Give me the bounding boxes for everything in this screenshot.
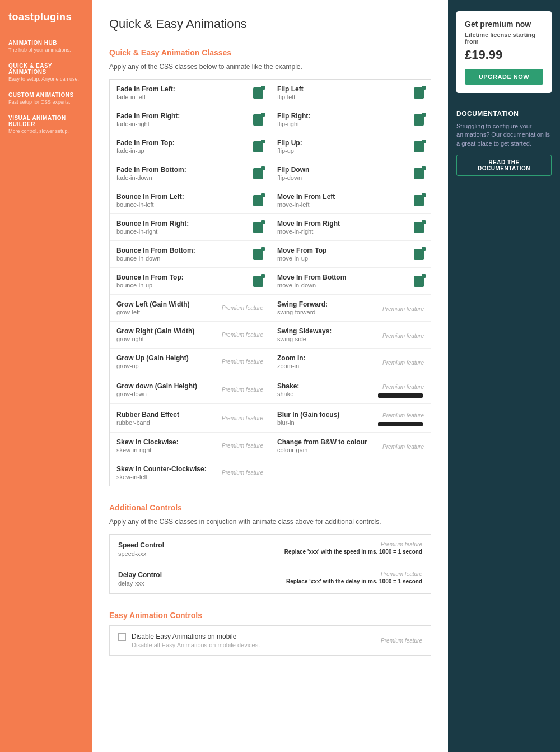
premium-badge: Premium feature: [381, 638, 422, 644]
anim-info: Skew in Counter-Clockwise:skew-in-left: [116, 465, 217, 480]
premium-right: Premium feature: [378, 441, 424, 451]
premium-badge: Premium feature: [382, 412, 424, 419]
nav-title: VISUAL ANIMATION BUILDER: [8, 115, 84, 127]
table-row: Fade In From Bottom:fade-in-downFlip Dow…: [110, 160, 431, 187]
premium-badge: Premium feature: [382, 360, 424, 366]
anim-preview-icon: [253, 114, 263, 126]
anim-info: Move In From Leftmove-in-left: [277, 193, 409, 208]
premium-label: Premium feature: [284, 541, 422, 547]
anim-info: Grow Up (Gain Height)grow-up: [116, 354, 217, 369]
anim-col-left: Grow Right (Gain Width)grow-rightPremium…: [110, 322, 270, 348]
anim-name: Grow Left (Gain Width): [116, 300, 217, 308]
anim-name: Rubber Band Effect: [116, 411, 217, 419]
anim-col-right: Swing Forward:swing-forwardPremium featu…: [270, 295, 431, 321]
anim-class: bounce-in-down: [116, 255, 249, 262]
anim-info: Flip Leftflip-left: [277, 85, 409, 100]
premium-label: Premium feature: [286, 571, 422, 577]
anim-name: Grow Right (Gain Width): [116, 327, 217, 335]
premium-right: Premium feature: [378, 357, 424, 367]
table-row: Skew in Clockwise:skew-in-rightPremium f…: [110, 433, 431, 459]
upgrade-button[interactable]: UPGRADE NOW: [465, 69, 543, 85]
premium-badge: Premium feature: [382, 444, 424, 450]
anim-name: Grow down (Gain Height): [116, 382, 217, 390]
sidebar-item-animation-hub[interactable]: ANIMATION HUBThe hub of your animations.: [8, 40, 84, 53]
control-right: Premium featureReplace 'xxx' with the de…: [286, 571, 422, 584]
anim-class: fade-in-down: [116, 174, 249, 181]
table-row: Bounce In From Top:bounce-in-upMove In F…: [110, 268, 431, 295]
premium-badge: Premium feature: [222, 332, 263, 338]
right-sidebar: Get premium now Lifetime license startin…: [448, 0, 560, 752]
table-row: Grow Right (Gain Width)grow-rightPremium…: [110, 322, 431, 349]
premium-badge: Premium feature: [222, 443, 263, 449]
nav-subtitle: The hub of your animations.: [8, 47, 84, 53]
anim-col-left: Fade In From Right:fade-in-right: [110, 106, 270, 133]
anim-preview-icon: [253, 168, 263, 179]
section3-title: Easy Animation Controls: [109, 611, 431, 620]
anim-name: Skew in Clockwise:: [116, 438, 217, 446]
doc-title: DOCUMENTATION: [456, 110, 552, 118]
anim-col-right: Flip Up:flip-up: [270, 133, 431, 160]
anim-col-right: Change from B&W to colourcolour-gainPrem…: [270, 433, 431, 459]
anim-col-right: Zoom In:zoom-inPremium feature: [270, 349, 431, 375]
anim-class: grow-down: [116, 391, 217, 397]
anim-class: flip-left: [277, 94, 409, 100]
premium-right: Premium feature: [378, 330, 424, 340]
anim-preview-icon: [414, 87, 424, 99]
sidebar: toastplugins ANIMATION HUBThe hub of you…: [0, 0, 92, 752]
premium-badge: Premium feature: [382, 333, 424, 339]
anim-preview-icon: [253, 276, 263, 287]
anim-class: blur-in: [277, 419, 378, 426]
premium-badge: Premium feature: [222, 305, 263, 311]
anim-preview-icon: [253, 141, 263, 152]
main-content: Quick & Easy Animations Quick & Easy Ani…: [92, 0, 448, 752]
anim-class: move-in-down: [277, 282, 409, 289]
premium-right: Premium feature: [378, 381, 424, 398]
anim-name: Flip Down: [277, 166, 409, 174]
sidebar-item-visual-builder[interactable]: VISUAL ANIMATION BUILDERMore control, sl…: [8, 115, 84, 134]
animation-table: Fade In From Left:fade-in-leftFlip Leftf…: [109, 79, 431, 486]
sidebar-nav: ANIMATION HUBThe hub of your animations.…: [8, 40, 84, 134]
premium-badge: Premium feature: [382, 306, 424, 312]
table-row: Bounce In From Left:bounce-in-leftMove I…: [110, 187, 431, 214]
nav-subtitle: Easy to setup. Anyone can use.: [8, 76, 84, 82]
anim-name: Fade In From Right:: [116, 112, 249, 120]
anim-col-left: Skew in Clockwise:skew-in-rightPremium f…: [110, 433, 270, 459]
section2-desc: Apply any of the CSS classes in conjucti…: [109, 518, 431, 526]
anim-col-left: Grow Left (Gain Width)grow-leftPremium f…: [110, 295, 270, 321]
anim-info: Swing Forward:swing-forward: [277, 300, 378, 315]
anim-info: Flip Right:flip-right: [277, 112, 409, 127]
premium-badge: Premium feature: [222, 387, 263, 393]
anim-col-left: Fade In From Left:fade-in-left: [110, 80, 270, 106]
nav-subtitle: More control, slower setup.: [8, 128, 84, 134]
table-row: Skew in Counter-Clockwise:skew-in-leftPr…: [110, 459, 431, 486]
anim-name: Move From Top: [277, 247, 409, 254]
anim-name: Change from B&W to colour: [277, 438, 378, 446]
anim-info: Grow down (Gain Height)grow-down: [116, 382, 217, 397]
anim-info: Rubber Band Effectrubber-band: [116, 411, 217, 426]
premium-bar: [378, 422, 423, 426]
easy-checkbox[interactable]: [118, 633, 126, 641]
sidebar-logo: toastplugins: [8, 11, 84, 23]
anim-name: Bounce In From Left:: [116, 193, 249, 201]
anim-name: Bounce In From Right:: [116, 220, 249, 228]
anim-preview-icon: [414, 168, 424, 179]
sidebar-item-custom[interactable]: CUSTOM ANIMATIONSFast setup for CSS expe…: [8, 92, 84, 105]
table-row: Grow Up (Gain Height)grow-upPremium feat…: [110, 349, 431, 375]
table-row: Bounce In From Right:bounce-in-rightMove…: [110, 214, 431, 241]
anim-name: Skew in Counter-Clockwise:: [116, 465, 217, 473]
anim-name: Bounce In From Bottom:: [116, 247, 249, 254]
sidebar-item-quick-easy[interactable]: QUICK & EASY ANIMATIONSEasy to setup. An…: [8, 63, 84, 82]
anim-col-left: Fade In From Bottom:fade-in-down: [110, 160, 270, 187]
anim-info: Swing Sideways:swing-side: [277, 327, 378, 342]
anim-info: Fade In From Bottom:fade-in-down: [116, 166, 249, 181]
anim-info: Fade In From Right:fade-in-right: [116, 112, 249, 127]
control-right: Premium featureReplace 'xxx' with the sp…: [284, 541, 422, 555]
anim-class: bounce-in-right: [116, 228, 249, 235]
anim-class: bounce-in-left: [116, 201, 249, 208]
read-docs-button[interactable]: READ THE DOCUMENTATION: [456, 155, 552, 176]
section1-desc: Apply any of the CSS classes below to an…: [109, 63, 431, 71]
anim-name: Bounce In From Top:: [116, 273, 249, 281]
control-info: Delay Controldelay-xxx: [118, 571, 162, 587]
table-row: Grow down (Gain Height)grow-downPremium …: [110, 375, 431, 404]
anim-col-left: Bounce In From Bottom:bounce-in-down: [110, 241, 270, 267]
